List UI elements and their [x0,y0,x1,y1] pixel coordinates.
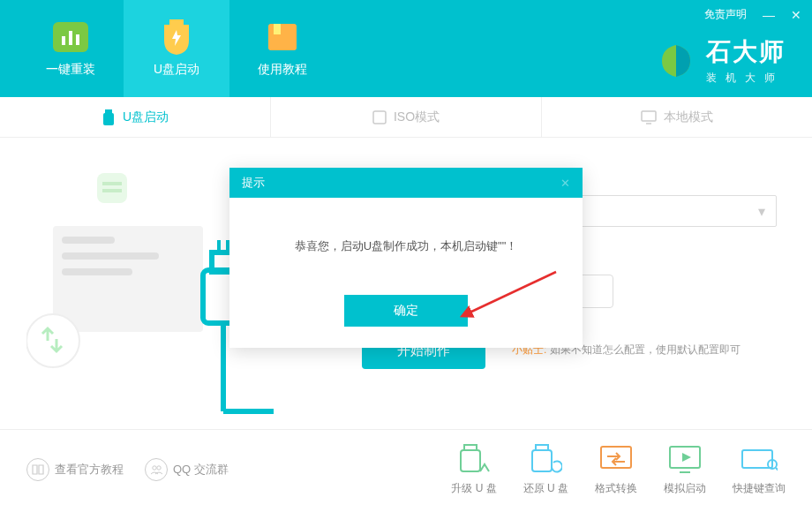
svg-rect-13 [102,182,122,185]
svg-rect-18 [62,268,132,275]
svg-rect-10 [642,111,656,121]
mode-label: U盘启动 [123,109,169,125]
monitor-play-icon [666,442,703,476]
modal-ok-button[interactable]: 确定 [344,295,468,327]
svg-rect-7 [105,109,112,113]
nav-reinstall[interactable]: 一键重装 [18,0,124,97]
mode-label: 本地模式 [664,109,713,125]
top-links: 免责声明 — ✕ [704,7,801,22]
svg-rect-22 [217,240,221,252]
restore-usb[interactable]: 还原 U 盘 [523,442,568,496]
link-label: QQ 交流群 [173,462,229,478]
nav-label: 使用教程 [258,62,307,78]
brand-logo-icon [657,41,695,80]
modal-close-button[interactable]: ✕ [560,177,570,190]
book-icon [26,458,49,481]
svg-point-19 [26,314,79,367]
convert-icon [598,442,635,476]
brand-title: 石大师 [706,35,786,69]
config-dropdown[interactable]: ▾ [574,195,777,227]
mode-label: ISO模式 [394,109,440,125]
nav-label: U盘启动 [154,62,199,78]
usb-up-icon [455,442,492,476]
format-convert[interactable]: 格式转换 [595,442,637,496]
qq-group-link[interactable]: QQ 交流群 [145,458,229,481]
upgrade-usb[interactable]: 升级 U 盘 [451,442,496,496]
svg-point-26 [153,465,156,469]
people-icon [145,458,168,481]
svg-rect-3 [76,34,79,45]
footer: 查看官方教程 QQ 交流群 升级 U 盘 还原 U 盘 格式转换 模拟启动 快捷… [0,429,812,508]
svg-rect-5 [268,24,297,50]
mode-local[interactable]: 本地模式 [542,97,812,137]
footer-actions: 升级 U 盘 还原 U 盘 格式转换 模拟启动 快捷键查询 [451,442,786,496]
svg-line-37 [776,468,778,471]
minimize-button[interactable]: — [763,8,775,22]
svg-rect-16 [62,237,115,244]
svg-rect-12 [97,173,127,203]
action-label: 模拟启动 [664,481,706,496]
iso-icon [372,110,387,124]
svg-rect-29 [461,450,480,471]
action-label: 快捷键查询 [733,481,786,496]
usb-icon [102,109,116,125]
svg-rect-31 [532,450,552,471]
nav-label: 一键重装 [46,62,95,78]
svg-rect-14 [102,189,122,192]
close-button[interactable]: ✕ [791,8,801,22]
link-label: 查看官方教程 [55,462,124,478]
nav-usb-boot[interactable]: U盘启动 [124,0,229,97]
action-label: 升级 U 盘 [451,481,496,496]
success-modal: 提示 ✕ 恭喜您，启动U盘制作成功，本机启动键""！ 确定 [229,168,583,348]
mode-tabs: U盘启动 ISO模式 本地模式 [0,97,812,138]
svg-rect-8 [103,113,114,125]
brand-subtitle: 装机大师 [706,71,786,86]
header: 免责声明 — ✕ 一键重装 U盘启动 使用教程 石大师 装机大师 [0,0,812,97]
modal-title: 提示 [242,175,265,191]
book-icon [260,19,304,55]
chevron-down-icon: ▾ [758,203,765,220]
monitor-icon [641,110,657,124]
nav-tutorial[interactable]: 使用教程 [229,0,335,97]
disclaimer-link[interactable]: 免责声明 [704,7,747,22]
modal-header: 提示 ✕ [229,168,583,198]
usb-refresh-icon [527,442,564,476]
action-label: 还原 U 盘 [523,481,568,496]
brand: 石大师 装机大师 [657,35,786,86]
tutorial-link[interactable]: 查看官方教程 [26,458,124,481]
svg-rect-6 [274,24,281,34]
nav-tabs: 一键重装 U盘启动 使用教程 [0,0,335,97]
keyboard-search-icon [741,442,778,476]
action-label: 格式转换 [595,481,637,496]
svg-rect-4 [169,19,184,25]
usb-shield-icon [154,19,199,55]
svg-rect-1 [62,36,65,45]
svg-rect-9 [373,111,386,124]
mode-iso[interactable]: ISO模式 [271,97,542,137]
simulate-boot[interactable]: 模拟启动 [664,442,706,496]
svg-rect-17 [62,252,159,260]
svg-rect-2 [69,31,72,45]
mode-usb-boot[interactable]: U盘启动 [0,97,271,137]
hotkey-lookup[interactable]: 快捷键查询 [733,442,786,496]
modal-message: 恭喜您，启动U盘制作成功，本机启动键""！ [229,198,583,295]
svg-point-27 [157,465,161,469]
bar-chart-icon [49,19,93,55]
